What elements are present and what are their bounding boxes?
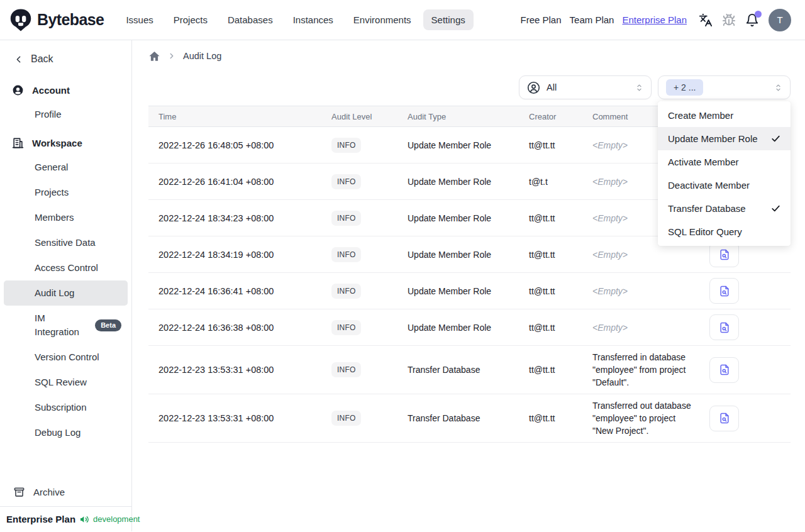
sidebar-item-sql-review[interactable]: SQL Review (4, 370, 128, 395)
action-cell (699, 352, 791, 388)
time-cell: 2022-12-26 16:41:04 +08:00 (148, 172, 321, 192)
plan-free-plan[interactable]: Free Plan (521, 14, 562, 25)
type-cell: Update Member Role (397, 135, 519, 155)
menu-item-transfer-database[interactable]: Transfer Database (658, 197, 791, 220)
bug-icon[interactable] (722, 13, 736, 27)
nav-item-projects[interactable]: Projects (165, 9, 216, 30)
back-button[interactable]: Back (0, 49, 131, 69)
menu-item-create-member[interactable]: Create Member (658, 104, 791, 127)
sidebar-bottom: Archive Enterprise Plan development (0, 480, 131, 531)
audit-level-badge: INFO (331, 211, 361, 226)
menu-item-activate-member[interactable]: Activate Member (658, 150, 791, 174)
sidebar-item-sensitive-data[interactable]: Sensitive Data (4, 230, 128, 255)
sidebar-item-version-control[interactable]: Version Control (4, 345, 128, 370)
plan-enterprise-plan[interactable]: Enterprise Plan (622, 14, 687, 25)
menu-item-label: Create Member (668, 110, 733, 121)
file-search-icon (718, 363, 731, 376)
plan-footer: Enterprise Plan development (0, 506, 131, 531)
column-header-creator: Creator (519, 112, 582, 121)
avatar[interactable]: T (769, 9, 791, 31)
sidebar-item-audit-log[interactable]: Audit Log (4, 280, 128, 306)
nav-item-databases[interactable]: Databases (219, 9, 281, 30)
creator-filter-select[interactable]: All (519, 75, 652, 99)
view-detail-button[interactable] (709, 278, 739, 304)
audit-type-menu: Create MemberUpdate Member RoleActivate … (658, 101, 791, 246)
empty-comment: <Empty> (592, 250, 628, 260)
creator-cell: tt@tt.tt (519, 135, 582, 155)
sidebar-groups: AccountProfileWorkspaceGeneralProjectsMe… (0, 74, 131, 445)
plan-team-plan[interactable]: Team Plan (570, 14, 614, 25)
view-detail-button[interactable] (709, 406, 739, 431)
top-navbar: Bytebase IssuesProjectsDatabasesInstance… (0, 0, 805, 40)
table-row: 2022-12-24 16:36:41 +08:00INFOUpdate Mem… (148, 273, 791, 309)
creator-cell: tt@tt.tt (519, 208, 582, 228)
home-icon[interactable] (148, 50, 160, 62)
comment-cell: Transferred out database "employee" to p… (582, 394, 699, 442)
level-cell: INFO (321, 357, 397, 382)
creator-cell: t@t.t (519, 172, 582, 192)
nav-item-settings[interactable]: Settings (423, 9, 474, 30)
sidebar-item-members[interactable]: Members (4, 205, 128, 230)
bell-icon[interactable] (745, 13, 759, 27)
user-circle-icon (527, 81, 540, 94)
brand-name: Bytebase (37, 11, 104, 29)
sidebar-item-debug-log[interactable]: Debug Log (4, 420, 128, 445)
sidebar-item-subscription[interactable]: Subscription (4, 395, 128, 420)
chevron-left-icon (13, 54, 24, 65)
menu-item-label: Activate Member (668, 157, 739, 167)
translate-icon[interactable] (699, 13, 713, 27)
audit-type-filter-select[interactable]: + 2 ... (658, 75, 791, 99)
nav-item-issues[interactable]: Issues (118, 9, 161, 30)
comment-cell: <Empty> (582, 316, 699, 339)
level-cell: INFO (321, 169, 397, 194)
menu-item-label: Update Member Role (668, 133, 758, 144)
empty-comment: <Empty> (592, 177, 628, 187)
sidebar-item-label: Subscription (35, 401, 87, 414)
building-icon (12, 137, 24, 149)
time-cell: 2022-12-24 18:34:19 +08:00 (148, 245, 321, 265)
sidebar-item-profile[interactable]: Profile (4, 102, 128, 127)
back-label: Back (31, 53, 53, 65)
user-icon (12, 84, 24, 96)
sidebar-item-label: Sensitive Data (35, 236, 96, 250)
sidebar-item-label: Access Control (35, 261, 98, 275)
action-cell (699, 309, 791, 345)
archive-button[interactable]: Archive (0, 480, 131, 506)
sidebar-item-projects[interactable]: Projects (4, 180, 128, 205)
nav-item-environments[interactable]: Environments (345, 9, 419, 30)
audit-level-badge: INFO (331, 247, 361, 262)
creator-cell: tt@tt.tt (519, 281, 582, 301)
sidebar-item-label: General (35, 160, 68, 174)
table-row: 2022-12-23 13:53:31 +08:00INFOTransfer D… (148, 346, 791, 394)
check-icon (770, 133, 781, 144)
sidebar-item-im-integration[interactable]: IM IntegrationBeta (4, 306, 128, 345)
sidebar-item-general[interactable]: General (4, 155, 128, 180)
bytebase-logo[interactable]: Bytebase (9, 8, 104, 32)
nav-item-instances[interactable]: Instances (285, 9, 341, 30)
file-search-icon (718, 285, 731, 297)
type-filter-value: + 2 ... (666, 79, 703, 96)
chevron-updown-icon (635, 83, 644, 92)
view-detail-button[interactable] (709, 357, 739, 383)
type-cell: Update Member Role (397, 172, 519, 192)
current-plan-label: Enterprise Plan (6, 514, 75, 524)
creator-cell: tt@tt.tt (519, 360, 582, 380)
check-icon (770, 203, 781, 214)
sidebar-item-access-control[interactable]: Access Control (4, 255, 128, 280)
action-cell (699, 401, 791, 436)
settings-sidebar: Back AccountProfileWorkspaceGeneralProje… (0, 40, 132, 531)
menu-item-sql-editor-query[interactable]: SQL Editor Query (658, 220, 791, 243)
menu-item-update-member-role[interactable]: Update Member Role (658, 127, 791, 150)
notification-dot (755, 11, 762, 18)
main-content: Audit Log All + 2 ... (132, 40, 805, 531)
view-detail-button[interactable] (709, 314, 739, 340)
type-cell: Update Member Role (397, 318, 519, 338)
sidebar-item-label: Version Control (35, 350, 99, 364)
sidebar-group-label: Workspace (32, 138, 82, 148)
creator-cell: tt@tt.tt (519, 408, 582, 428)
time-cell: 2022-12-24 16:36:38 +08:00 (148, 318, 321, 338)
sidebar-item-label: Debug Log (35, 426, 80, 440)
empty-comment: <Empty> (592, 286, 628, 296)
menu-item-deactivate-member[interactable]: Deactivate Member (658, 174, 791, 197)
creator-cell: tt@tt.tt (519, 318, 582, 338)
